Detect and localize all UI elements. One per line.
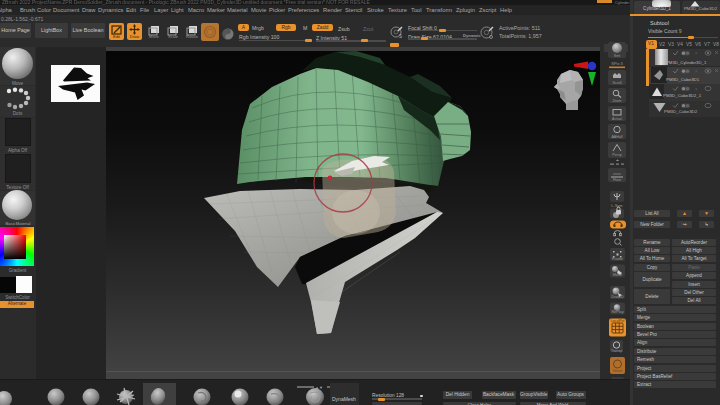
svg-text:×: ×: [695, 87, 698, 92]
svg-text:Move: Move: [613, 273, 622, 277]
svg-text:L.Sym: L.Sym: [611, 203, 623, 208]
svg-text:Move: Move: [149, 34, 160, 39]
svg-text:Frame: Frame: [612, 257, 623, 261]
svg-text:DrawID: DrawID: [611, 295, 624, 299]
svg-text:AAHalf: AAHalf: [611, 135, 622, 139]
svg-text:×: ×: [695, 51, 698, 56]
svg-text:LocalPol: LocalPol: [611, 319, 625, 323]
svg-text:SPix 3: SPix 3: [611, 61, 623, 66]
svg-text:Scroll: Scroll: [613, 81, 622, 85]
svg-text:×: ×: [695, 69, 698, 74]
svg-text:RePlay: RePlay: [611, 310, 623, 314]
svg-text:Persp: Persp: [612, 153, 621, 157]
svg-text:Actual: Actual: [612, 117, 622, 121]
svg-text:Transp: Transp: [611, 349, 623, 353]
svg-text:Zoom: Zoom: [612, 99, 621, 103]
svg-text:S: S: [399, 34, 402, 39]
svg-text:Scale: Scale: [168, 34, 179, 39]
svg-text:Rotate: Rotate: [186, 34, 199, 39]
svg-text:Smt: Smt: [614, 54, 620, 58]
svg-text:Ghost: Ghost: [613, 369, 623, 373]
svg-text:Floor: Floor: [613, 178, 622, 182]
